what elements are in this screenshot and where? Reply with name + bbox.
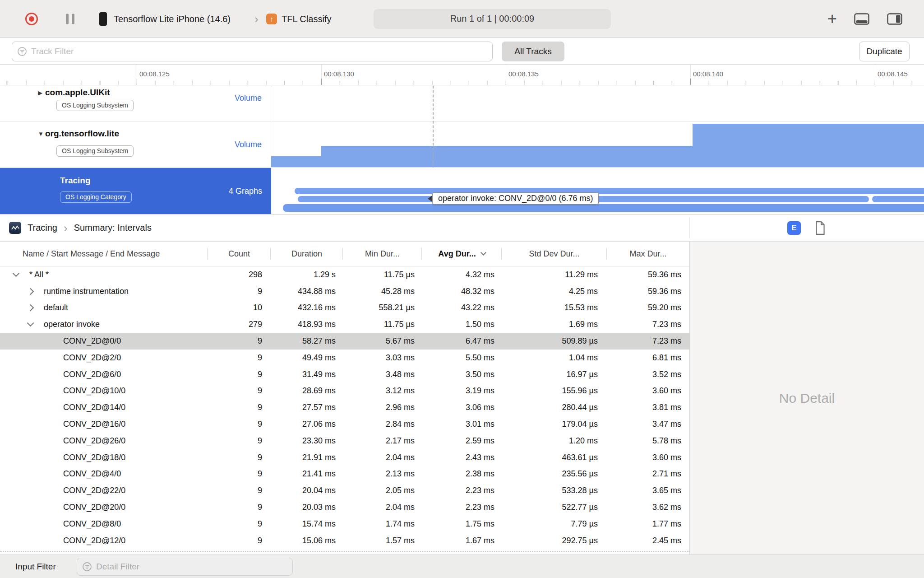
table-row[interactable]: operator invoke279418.93 ms11.75 µs1.50 … — [0, 316, 689, 333]
track-graph-area[interactable] — [271, 168, 924, 214]
row-name: runtime instrumentation — [44, 287, 129, 296]
bottom-bar: Input Filter — [0, 555, 924, 578]
record-button[interactable] — [25, 13, 38, 25]
row-name: * All * — [29, 270, 49, 280]
add-instrument-button[interactable]: + — [827, 12, 837, 26]
track-filter-field[interactable] — [12, 42, 493, 61]
timeline-ruler[interactable]: 00:08.125 00:08.130 00:08.135 00:08.140 … — [0, 65, 924, 85]
interval-bar[interactable] — [872, 196, 924, 202]
row-name: CONV_2D@8/0 — [63, 519, 121, 529]
cell-count: 298 — [208, 270, 271, 280]
extended-detail-button[interactable]: E — [787, 221, 801, 235]
column-header-max[interactable]: Max Dur... — [607, 242, 689, 266]
table-row[interactable]: * All *2981.29 s11.75 µs4.32 ms11.29 ms5… — [0, 266, 689, 283]
table-row[interactable]: CONV_2D@0/0958.27 ms5.67 ms6.47 ms509.89… — [0, 333, 689, 350]
cell-min: 2.84 ms — [343, 420, 422, 429]
target-app-selector[interactable]: TFL Classify — [282, 14, 331, 24]
row-name: operator invoke — [44, 320, 100, 329]
document-icon[interactable] — [815, 221, 826, 237]
horizontal-scrollbar[interactable] — [0, 551, 689, 552]
column-header-min[interactable]: Min Dur... — [343, 242, 422, 266]
pause-button[interactable] — [66, 14, 74, 24]
cell-std: 292.75 µs — [502, 536, 607, 545]
table-row[interactable]: CONV_2D@10/0928.69 ms3.12 ms3.19 ms155.9… — [0, 383, 689, 400]
cell-count: 9 — [208, 503, 271, 512]
ruler-minor-ticks — [0, 81, 924, 85]
cell-name: * All * — [0, 270, 208, 280]
disclosure-right-icon[interactable]: ▶ — [38, 89, 45, 96]
column-header-count[interactable]: Count — [208, 242, 271, 266]
row-name: CONV_2D@16/0 — [63, 420, 125, 429]
breadcrumb-instrument[interactable]: Tracing — [28, 223, 57, 233]
table-row[interactable]: CONV_2D@12/0915.06 ms1.57 ms1.67 ms292.7… — [0, 532, 689, 549]
table-row[interactable]: CONV_2D@2/0949.49 ms3.03 ms5.50 ms1.04 m… — [0, 350, 689, 366]
cell-avg: 2.59 ms — [422, 436, 502, 446]
detail-filter-input[interactable] — [96, 562, 292, 572]
table-row[interactable]: CONV_2D@22/0920.04 ms2.05 ms2.23 ms533.2… — [0, 482, 689, 499]
cell-duration: 27.57 ms — [271, 403, 343, 412]
row-name: CONV_2D@20/0 — [63, 503, 125, 512]
all-tracks-button[interactable]: All Tracks — [502, 42, 564, 61]
track-com-apple-uikit: ▶ com.apple.UIKit OS Logging Subsystem V… — [0, 86, 924, 121]
cell-avg: 43.22 ms — [422, 303, 502, 312]
cell-name: CONV_2D@6/0 — [0, 370, 208, 379]
cell-max: 5.78 ms — [607, 436, 689, 446]
cell-min: 558.21 µs — [343, 303, 422, 312]
chevron-right-icon[interactable] — [27, 304, 34, 312]
table-row[interactable]: CONV_2D@20/0920.03 ms2.04 ms2.23 ms522.7… — [0, 499, 689, 516]
disclosure-down-icon[interactable]: ▼ — [38, 131, 45, 137]
track-title: org.tensorflow.lite — [45, 128, 119, 139]
cell-std: 280.44 µs — [502, 403, 607, 412]
track-graph-area[interactable] — [271, 122, 924, 167]
chevron-down-icon[interactable] — [27, 320, 34, 327]
table-row[interactable]: default10432.16 ms558.21 µs43.22 ms15.53… — [0, 300, 689, 317]
cell-min: 11.75 µs — [343, 320, 422, 329]
toggle-bottom-panel-button[interactable] — [854, 13, 869, 25]
breadcrumb-view[interactable]: Summary: Intervals — [74, 223, 152, 233]
table-row[interactable]: CONV_2D@4/0921.41 ms2.13 ms2.38 ms235.56… — [0, 466, 689, 483]
track-header[interactable]: ▼ org.tensorflow.lite OS Logging Subsyst… — [0, 122, 271, 167]
column-header-duration[interactable]: Duration — [271, 242, 343, 266]
device-target-selector[interactable]: Tensorflow Lite iPhone (14.6) — [114, 14, 231, 24]
table-row[interactable]: CONV_2D@16/0927.06 ms2.84 ms3.01 ms179.0… — [0, 416, 689, 433]
table-row[interactable]: CONV_2D@6/0931.49 ms3.48 ms3.50 ms16.97 … — [0, 366, 689, 383]
cell-duration: 418.93 ms — [271, 320, 343, 329]
table-row[interactable]: runtime instrumentation9434.88 ms45.28 m… — [0, 283, 689, 300]
cell-count: 9 — [208, 519, 271, 529]
track-header[interactable]: ▶ com.apple.UIKit OS Logging Subsystem V… — [0, 86, 271, 121]
cell-duration: 21.91 ms — [271, 453, 343, 462]
cell-avg: 1.50 ms — [422, 320, 502, 329]
detail-filter-field[interactable] — [77, 558, 293, 576]
toggle-right-panel-button[interactable] — [887, 13, 902, 25]
cell-count: 9 — [208, 336, 271, 346]
track-filter-input[interactable] — [31, 47, 492, 56]
input-filter-label[interactable]: Input Filter — [15, 555, 56, 578]
cell-duration: 21.41 ms — [271, 469, 343, 479]
table-row[interactable]: CONV_2D@18/0921.91 ms2.04 ms2.43 ms463.6… — [0, 449, 689, 466]
cell-min: 2.04 ms — [343, 453, 422, 462]
volume-graph-segment — [321, 146, 693, 167]
column-header-stddev[interactable]: Std Dev Dur... — [502, 242, 607, 266]
column-header-avg[interactable]: Avg Dur... — [422, 242, 502, 266]
table-row[interactable]: CONV_2D@14/0927.57 ms2.96 ms3.06 ms280.4… — [0, 399, 689, 416]
chevron-down-icon[interactable] — [13, 270, 20, 277]
cell-std: 1.20 ms — [502, 436, 607, 446]
chevron-right-icon[interactable] — [27, 288, 34, 295]
table-row[interactable]: CONV_2D@26/0923.30 ms2.17 ms2.59 ms1.20 … — [0, 433, 689, 449]
iphone-device-icon — [99, 12, 107, 26]
interval-bar[interactable] — [295, 188, 924, 194]
cell-avg: 2.23 ms — [422, 503, 502, 512]
track-graph-area[interactable] — [271, 86, 924, 121]
cell-std: 15.53 ms — [502, 303, 607, 312]
cell-name: CONV_2D@0/0 — [0, 336, 208, 346]
volume-graph-segment — [693, 124, 924, 167]
breadcrumb: Tracing › Summary: Intervals — [9, 214, 152, 241]
filter-icon — [82, 561, 92, 572]
table-row[interactable]: CONV_2D@8/0915.74 ms1.74 ms1.75 ms7.79 µ… — [0, 516, 689, 532]
column-header-name[interactable]: Name / Start Message / End Message — [0, 242, 208, 266]
interval-bar[interactable] — [283, 204, 924, 212]
playhead-line[interactable] — [433, 86, 434, 168]
track-header-selected[interactable]: Tracing OS Logging Category 4 Graphs — [0, 168, 271, 214]
duplicate-button[interactable]: Duplicate — [859, 42, 910, 61]
cell-max: 3.52 ms — [607, 370, 689, 379]
